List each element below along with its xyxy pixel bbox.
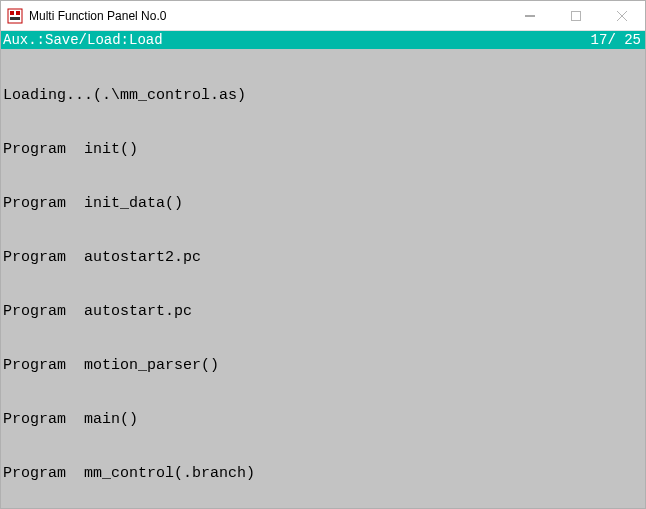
terminal-line: Program init() (3, 141, 643, 159)
status-mode: Aux.:Save/Load:Load (3, 31, 591, 49)
svg-rect-2 (16, 11, 20, 15)
titlebar[interactable]: Multi Function Panel No.0 (1, 1, 645, 31)
terminal-line: Program mm_control(.branch) (3, 465, 643, 483)
status-bar: Aux.:Save/Load:Load 17/ 25 (1, 31, 645, 49)
terminal-line: Loading...(.\mm_control.as) (3, 87, 643, 105)
terminal-line: Program main() (3, 411, 643, 429)
window-controls (507, 1, 645, 30)
terminal-line: Program autostart.pc (3, 303, 643, 321)
terminal-output[interactable]: Loading...(.\mm_control.as) Program init… (1, 49, 645, 508)
svg-rect-5 (572, 11, 581, 20)
svg-rect-1 (10, 11, 14, 15)
maximize-button[interactable] (553, 1, 599, 30)
svg-rect-3 (10, 17, 20, 20)
status-position: 17/ 25 (591, 31, 641, 49)
terminal-line: Program init_data() (3, 195, 643, 213)
app-icon (7, 8, 23, 24)
terminal-line: Program motion_parser() (3, 357, 643, 375)
window-frame: Multi Function Panel No.0 Aux.:Save/Load… (0, 0, 646, 509)
close-button[interactable] (599, 1, 645, 30)
terminal-line: Program autostart2.pc (3, 249, 643, 267)
window-title: Multi Function Panel No.0 (29, 9, 507, 23)
minimize-button[interactable] (507, 1, 553, 30)
